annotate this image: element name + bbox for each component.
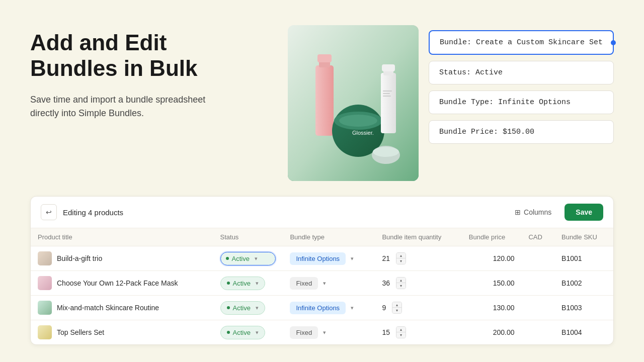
toolbar-right: ⊞ Columns Save	[508, 204, 603, 221]
bundle-type-cell[interactable]: Fixed ▾	[283, 271, 375, 296]
chevron-down-icon: ▾	[255, 255, 258, 262]
bundle-name-label: Bundle:	[440, 38, 471, 47]
table-row: Top Sellers Set Active ▾ Fixed ▾ 15	[31, 320, 613, 345]
product-thumbnail	[38, 276, 52, 290]
status-badge[interactable]: Active ▾	[220, 326, 265, 339]
bundle-type-badge: Infinite Options	[290, 302, 346, 314]
product-title-cell: Choose Your Own 12-Pack Face Mask	[31, 271, 213, 296]
price-value: 150.00	[493, 279, 515, 287]
bundle-status-card: Status: Active	[429, 61, 614, 84]
bundle-type-badge: Infinite Options	[290, 252, 346, 265]
qty-up-button[interactable]: ▴	[392, 302, 401, 308]
qty-cell[interactable]: 15 ▴ ▾	[375, 320, 461, 345]
qty-up-button[interactable]: ▴	[396, 278, 406, 283]
status-text: Active	[233, 280, 251, 287]
status-cell[interactable]: Active ▾	[213, 271, 283, 296]
qty-down-button[interactable]: ▾	[396, 283, 406, 289]
bundle-type-wrapper[interactable]: Infinite Options ▾	[290, 252, 368, 265]
hero-title-line2: Bundles in Bulk	[30, 56, 197, 80]
status-cell[interactable]: Active ▾	[213, 320, 283, 345]
currency-cell	[521, 296, 554, 320]
sku-cell: B1003	[554, 296, 613, 320]
qty-cell[interactable]: 36 ▴ ▾	[375, 271, 461, 296]
svg-point-6	[339, 115, 377, 127]
bundle-type-wrapper[interactable]: Fixed ▾	[290, 326, 368, 339]
product-illustration: Glossier.	[288, 25, 419, 181]
qty-down-button[interactable]: ▾	[396, 332, 406, 338]
currency-cell	[521, 246, 554, 271]
qty-spinner[interactable]: ▴ ▾	[396, 252, 406, 264]
qty-down-button[interactable]: ▾	[396, 258, 406, 264]
qty-up-button[interactable]: ▴	[396, 253, 406, 258]
page-container: Add and Edit Bundles in Bulk Save time a…	[0, 0, 644, 362]
back-button[interactable]: ↩	[41, 204, 57, 220]
price-value: 120.00	[493, 254, 515, 262]
hero-title-line1: Add and Edit	[30, 30, 167, 55]
svg-rect-1	[315, 65, 334, 136]
product-name: Top Sellers Set	[57, 328, 104, 336]
svg-text:Glossier.: Glossier.	[352, 130, 374, 136]
product-title-cell: Mix-and-match Skincare Routine	[31, 296, 213, 320]
status-badge[interactable]: Active ▾	[220, 252, 276, 265]
qty-value: 21	[382, 254, 390, 262]
th-bundle-item-qty: Bundle item quantity	[375, 228, 461, 246]
sku-cell: B1002	[554, 271, 613, 296]
bundle-price-card: Bundle Price: $150.00	[429, 120, 614, 144]
svg-rect-3	[317, 54, 332, 62]
chevron-down-icon: ▾	[256, 305, 259, 311]
price-cell: 120.00	[462, 246, 522, 271]
qty-value: 15	[382, 328, 390, 336]
product-image: Glossier.	[288, 25, 419, 181]
bundle-type-cell[interactable]: Infinite Options ▾	[283, 246, 375, 271]
info-cards: Bundle: Create a Custom Skincare Set Sta…	[429, 25, 614, 144]
top-section: Add and Edit Bundles in Bulk Save time a…	[30, 25, 614, 181]
chevron-down-icon: ▾	[256, 329, 259, 336]
sku-value: B1004	[561, 328, 582, 336]
qty-spinner[interactable]: ▴ ▾	[392, 302, 402, 314]
status-cell[interactable]: Active ▾	[213, 246, 283, 271]
price-cell: 130.00	[462, 296, 522, 320]
svg-rect-14	[383, 93, 390, 94]
th-status: Status	[213, 228, 283, 246]
qty-spinner[interactable]: ▴ ▾	[396, 326, 406, 338]
sku-cell: B1004	[554, 320, 613, 345]
qty-down-button[interactable]: ▾	[392, 308, 401, 313]
bundle-type-card: Bundle Type: Infinite Options	[429, 90, 614, 114]
qty-value: 36	[382, 279, 390, 287]
qty-cell[interactable]: 21 ▴ ▾	[375, 246, 461, 271]
product-placeholder: Glossier.	[288, 25, 419, 181]
status-cell[interactable]: Active ▾	[213, 296, 283, 320]
qty-up-button[interactable]: ▴	[396, 327, 406, 332]
bundle-type-wrapper[interactable]: Infinite Options ▾	[290, 302, 368, 314]
bundle-type-cell[interactable]: Fixed ▾	[283, 320, 375, 345]
bundle-name-card: Bundle: Create a Custom Skincare Set	[429, 30, 614, 55]
status-text: Active	[232, 255, 250, 262]
table-row: Choose Your Own 12-Pack Face Mask Active…	[31, 271, 613, 296]
currency-cell	[521, 271, 554, 296]
data-table: Product title Status Bundle type Bundle …	[31, 228, 613, 344]
sku-value: B1001	[561, 254, 582, 262]
status-badge[interactable]: Active ▾	[220, 277, 265, 290]
sku-value: B1002	[561, 279, 582, 287]
qty-spinner[interactable]: ▴ ▾	[396, 277, 406, 289]
columns-label: Columns	[524, 208, 551, 216]
product-thumbnail	[38, 325, 52, 339]
bundle-type-cell[interactable]: Infinite Options ▾	[283, 296, 375, 320]
bundle-price-value: $150.00	[503, 128, 534, 136]
th-product-title: Product title	[31, 228, 213, 246]
bundle-price-label: Bundle Price:	[439, 128, 498, 136]
th-currency: CAD	[521, 228, 554, 246]
qty-value: 9	[382, 304, 386, 312]
qty-cell[interactable]: 9 ▴ ▾	[375, 296, 461, 320]
editing-label: Editing 4 products	[63, 208, 123, 217]
save-button[interactable]: Save	[565, 204, 603, 221]
columns-button[interactable]: ⊞ Columns	[508, 204, 558, 220]
bundle-type-wrapper[interactable]: Fixed ▾	[290, 277, 368, 290]
sku-cell: B1001	[554, 246, 613, 271]
product-thumbnail	[38, 251, 52, 265]
price-cell: 150.00	[462, 271, 522, 296]
bundle-type-badge: Fixed	[290, 277, 318, 290]
status-text: Active	[233, 329, 251, 336]
status-badge[interactable]: Active ▾	[220, 301, 265, 315]
product-name: Choose Your Own 12-Pack Face Mask	[57, 279, 178, 287]
